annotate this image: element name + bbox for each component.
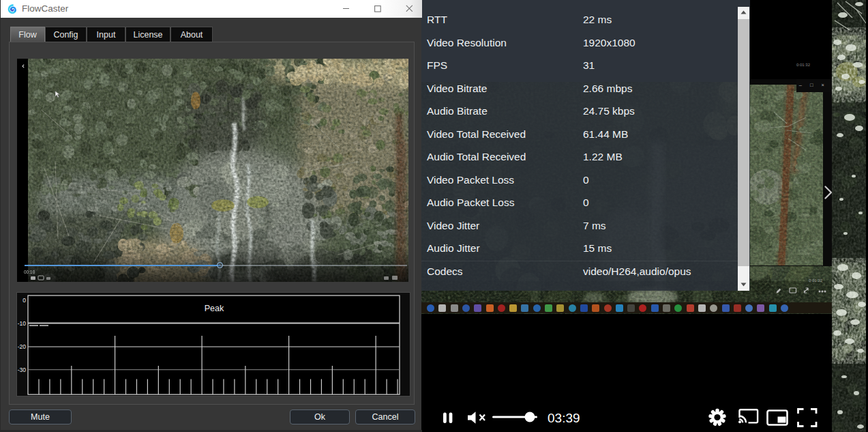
svg-text:-30: -30: [18, 366, 27, 373]
svg-text:Peak: Peak: [205, 304, 224, 313]
svg-text:-20: -20: [18, 343, 27, 350]
svg-text:03:39: 03:39: [548, 411, 580, 425]
svg-text:0: 0: [23, 297, 26, 304]
svg-text:-10: -10: [18, 320, 27, 327]
